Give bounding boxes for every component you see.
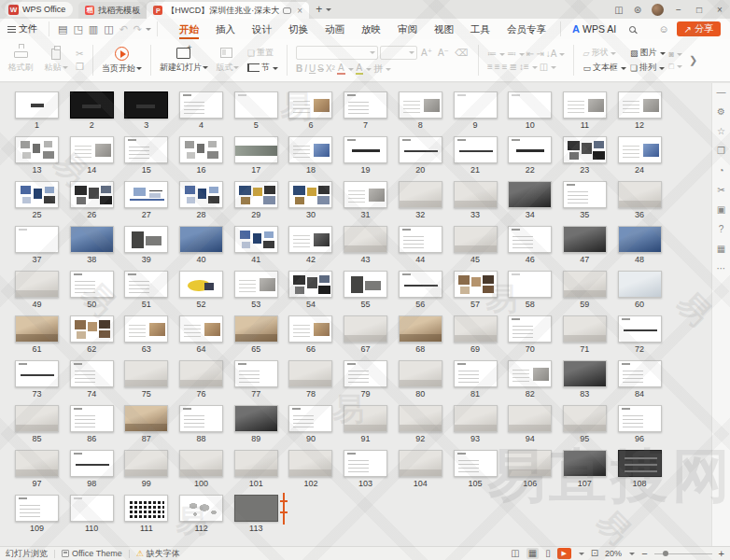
slide-thumbnail[interactable] xyxy=(15,315,59,343)
slide-thumbnail[interactable] xyxy=(179,450,223,477)
slide-thumbnail[interactable] xyxy=(70,271,114,298)
slide-thumbnail[interactable] xyxy=(124,405,168,432)
slide-thumbnail[interactable] xyxy=(179,181,223,208)
slide-thumbnail[interactable] xyxy=(508,360,552,387)
section-button[interactable]: 节 xyxy=(247,62,278,74)
slide-thumbnail[interactable] xyxy=(454,226,498,253)
slide-thumbnail[interactable] xyxy=(15,405,59,432)
slide-thumbnail[interactable] xyxy=(508,450,552,477)
slide-thumbnail[interactable] xyxy=(618,450,662,477)
slide-thumbnail[interactable] xyxy=(15,450,59,477)
slide-thumbnail[interactable] xyxy=(399,315,442,343)
assistant-icon[interactable]: ◔ xyxy=(718,166,723,175)
slide-thumbnail[interactable] xyxy=(15,91,59,119)
slide-thumbnail[interactable] xyxy=(124,271,168,298)
slide-thumbnail[interactable] xyxy=(344,271,387,298)
slide-thumbnail[interactable] xyxy=(288,315,332,343)
slide-thumbnail[interactable] xyxy=(399,181,442,208)
shapes-button[interactable]: ▱ 形状 xyxy=(583,47,626,59)
minimize-button[interactable]: − xyxy=(668,5,689,15)
underline-button[interactable]: U xyxy=(309,63,316,74)
new-doc-icon[interactable]: ▤ xyxy=(58,23,67,35)
slide-thumbnail[interactable] xyxy=(288,450,332,477)
missing-fonts-label[interactable]: 缺失字体 xyxy=(147,548,180,560)
slide-thumbnail[interactable] xyxy=(563,360,607,387)
slide-thumbnail[interactable] xyxy=(234,405,278,432)
slide-thumbnail[interactable] xyxy=(563,91,607,119)
bold-button[interactable]: B xyxy=(296,63,302,74)
slide-thumbnail[interactable] xyxy=(563,181,607,208)
slide-thumbnail[interactable] xyxy=(124,181,168,208)
undo-icon[interactable]: ↶ xyxy=(119,23,128,35)
menu-tab-3[interactable]: 设计 xyxy=(244,19,280,39)
menu-tab-9[interactable]: 工具 xyxy=(462,19,498,39)
slide-thumbnail[interactable] xyxy=(15,360,59,387)
slide-thumbnail[interactable] xyxy=(179,405,223,432)
reading-view-button[interactable]: ▯ xyxy=(545,548,551,559)
globe-settings-icon[interactable]: ⊛ xyxy=(628,5,647,15)
new-tab-button[interactable]: + xyxy=(316,3,322,16)
slide-thumbnail[interactable] xyxy=(508,405,552,432)
menu-tab-6[interactable]: 放映 xyxy=(353,19,389,39)
slide-thumbnail[interactable] xyxy=(124,360,168,387)
font-size-select[interactable] xyxy=(380,46,417,60)
paste-button[interactable]: 粘贴 xyxy=(40,48,72,74)
slide-thumbnail[interactable] xyxy=(508,91,552,119)
chat-icon[interactable] xyxy=(283,7,291,14)
slide-thumbnail[interactable] xyxy=(344,315,387,343)
menu-tab-10[interactable]: 会员专享 xyxy=(498,19,555,39)
slide-thumbnail[interactable] xyxy=(70,226,114,253)
doc-tab-docer-template[interactable]: 稻 找稻壳模板 xyxy=(78,2,147,19)
share-button[interactable]: ↗ 分享 xyxy=(677,21,721,36)
slide-thumbnail[interactable] xyxy=(344,405,387,432)
slide-thumbnail[interactable] xyxy=(344,136,387,163)
copy-icon[interactable]: ❐ xyxy=(76,62,84,72)
fit-window-icon[interactable]: ⊡ xyxy=(591,548,598,559)
slide-thumbnail[interactable] xyxy=(70,136,114,163)
slide-thumbnail[interactable] xyxy=(508,136,552,163)
picture-button[interactable]: ▨ 图片 xyxy=(630,47,666,59)
slide-thumbnail[interactable] xyxy=(234,315,278,343)
tab-list-chevron-icon[interactable] xyxy=(326,8,331,14)
slide-thumbnail[interactable] xyxy=(618,405,662,432)
slide-thumbnail[interactable] xyxy=(618,360,662,387)
slide-thumbnail[interactable] xyxy=(618,136,662,163)
align-center-icon[interactable]: ≡ xyxy=(495,62,500,72)
cut-icon[interactable]: ✂ xyxy=(76,49,84,59)
menu-tab-5[interactable]: 动画 xyxy=(316,19,353,39)
menu-tab-7[interactable]: 审阅 xyxy=(389,19,426,39)
textbox-button[interactable]: ▭ 文本框 xyxy=(583,62,626,74)
slide-thumbnail[interactable] xyxy=(344,450,387,477)
italic-button[interactable]: I xyxy=(304,63,307,74)
normal-view-button[interactable]: ◫ xyxy=(511,548,519,559)
bullet-list-icon[interactable]: ≔ xyxy=(487,49,497,59)
slide-thumbnail[interactable] xyxy=(508,181,552,208)
grow-font-icon[interactable]: A⁺ xyxy=(419,48,434,58)
slide-thumbnail[interactable] xyxy=(179,136,223,163)
slide-thumbnail[interactable] xyxy=(234,360,278,387)
slide-thumbnail[interactable] xyxy=(234,181,278,208)
columns-icon[interactable]: ◫ xyxy=(540,62,548,72)
tools-icon[interactable]: ✂ xyxy=(717,186,724,195)
start-from-current-button[interactable]: 当页开始 xyxy=(102,47,142,75)
user-avatar[interactable] xyxy=(652,4,664,16)
slide-thumbnail[interactable] xyxy=(124,450,168,477)
justify-icon[interactable]: ≣ xyxy=(510,62,517,72)
slide-thumbnail[interactable] xyxy=(124,226,168,253)
slide-thumbnail[interactable] xyxy=(288,91,332,119)
slide-thumbnail[interactable] xyxy=(179,360,223,387)
zoom-level[interactable]: 20% xyxy=(605,549,622,558)
redo-icon[interactable]: ↷ xyxy=(133,23,142,35)
slide-thumbnail[interactable] xyxy=(70,181,114,208)
slide-sorter-area[interactable]: 1234567891011121314151617181920212223242… xyxy=(0,83,711,546)
slide-thumbnail[interactable] xyxy=(179,271,223,298)
clear-format-icon[interactable]: ⌫ xyxy=(453,48,470,58)
layout-button[interactable]: 版式 xyxy=(212,48,244,74)
slide-thumbnail[interactable] xyxy=(454,405,498,432)
zoom-in-button[interactable]: + xyxy=(719,548,724,559)
slide-thumbnail[interactable] xyxy=(508,226,552,253)
fill-color-icon[interactable]: ◙ xyxy=(669,49,682,59)
menu-tab-4[interactable]: 切换 xyxy=(280,19,316,39)
slide-thumbnail[interactable] xyxy=(344,181,387,208)
format-painter-button[interactable]: 格式刷 xyxy=(5,48,36,74)
